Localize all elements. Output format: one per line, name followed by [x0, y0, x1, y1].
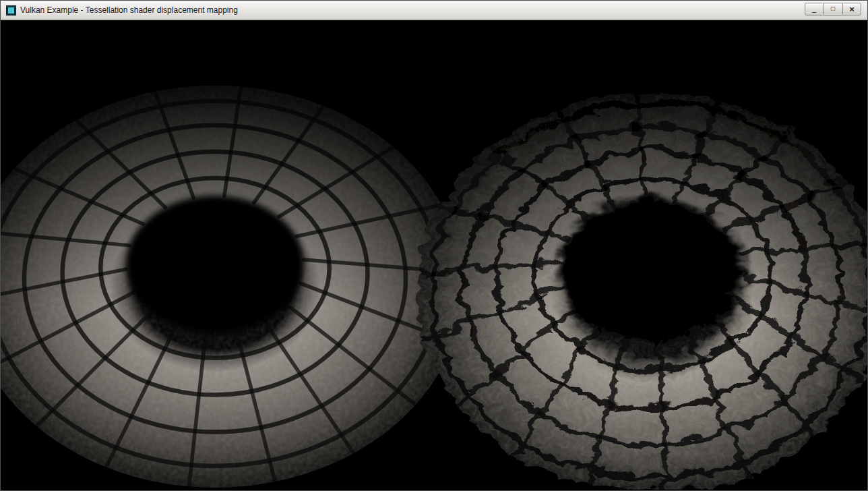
close-icon: ×: [849, 4, 855, 14]
window-title: Vulkan Example - Tessellation shader dis…: [20, 5, 238, 15]
app-window: Vulkan Example - Tessellation shader dis…: [0, 0, 868, 491]
titlebar[interactable]: Vulkan Example - Tessellation shader dis…: [1, 1, 867, 20]
close-button[interactable]: ×: [842, 3, 861, 16]
minimize-icon: –: [812, 7, 816, 16]
torus-right: [415, 90, 867, 490]
torus-right-hole: [556, 194, 742, 339]
minimize-button[interactable]: –: [805, 3, 824, 16]
maximize-icon: □: [831, 5, 835, 12]
maximize-button[interactable]: □: [824, 3, 842, 16]
vulkan-render-canvas[interactable]: [1, 20, 867, 490]
render-viewport[interactable]: [1, 20, 867, 490]
window-controls: – □ ×: [805, 3, 861, 16]
torus-left-hole: [126, 196, 304, 333]
vulkan-app-icon: [6, 5, 16, 16]
